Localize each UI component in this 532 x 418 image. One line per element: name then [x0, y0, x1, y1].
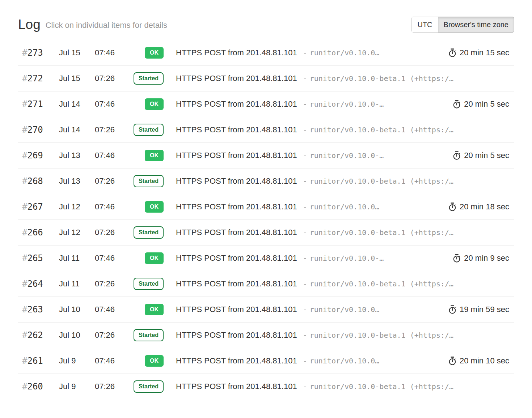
event-id-number: 270	[27, 125, 43, 135]
log-row[interactable]: #273 Jul 15 07:46 OK HTTPS POST from 201…	[18, 40, 514, 65]
event-id-hash: #	[22, 253, 27, 263]
status-badge: Started	[134, 278, 164, 290]
status-badge-cell: Started	[130, 380, 164, 393]
event-source-text: HTTPS POST from 201.48.81.101	[176, 151, 297, 160]
user-agent-text: runitor/v0.10.0-beta.1 (+https:/…	[310, 280, 453, 288]
event-time: 07:26	[95, 176, 130, 186]
page-header: Log Click on individual items for detail…	[18, 0, 514, 40]
event-id: #273	[22, 48, 59, 58]
log-row[interactable]: #261 Jul 9 07:46 OK HTTPS POST from 201.…	[18, 348, 514, 374]
duration: 20 min 18 sec	[441, 202, 509, 212]
user-agent-text: runitor/v0.10.0-beta.1 (+https:/…	[310, 177, 453, 185]
event-id-hash: #	[22, 330, 27, 340]
event-time: 07:26	[95, 382, 130, 391]
event-source-text: HTTPS POST from 201.48.81.101	[176, 176, 297, 185]
event-id-hash: #	[22, 125, 27, 135]
event-id: #270	[22, 125, 59, 135]
event-source-text: HTTPS POST from 201.48.81.101	[176, 74, 297, 83]
event-id: #272	[22, 73, 59, 84]
log-row[interactable]: #270 Jul 14 07:26 Started HTTPS POST fro…	[18, 117, 514, 142]
duration-text: 20 min 10 sec	[460, 356, 509, 366]
event-time: 07:46	[95, 99, 130, 109]
event-source-text: HTTPS POST from 201.48.81.101	[176, 382, 297, 391]
user-agent-text: runitor/v0.10.0-beta.1 (+https:/…	[310, 228, 453, 237]
event-description: HTTPS POST from 201.48.81.101-runitor/v0…	[176, 48, 441, 57]
event-source-text: HTTPS POST from 201.48.81.101	[176, 202, 297, 211]
event-date: Jul 10	[59, 330, 95, 340]
status-badge: Started	[134, 380, 164, 393]
log-row[interactable]: #264 Jul 11 07:26 Started HTTPS POST fro…	[18, 271, 514, 297]
log-row[interactable]: #268 Jul 13 07:26 Started HTTPS POST fro…	[18, 168, 514, 194]
log-row[interactable]: #266 Jul 12 07:26 Started HTTPS POST fro…	[18, 219, 514, 245]
event-id-number: 269	[27, 150, 43, 161]
separator-dash: -	[303, 151, 307, 160]
event-id: #263	[22, 304, 59, 315]
separator-dash: -	[303, 202, 307, 211]
event-id: #264	[22, 279, 59, 289]
duration-text: 20 min 15 sec	[460, 48, 509, 57]
event-id-number: 272	[27, 73, 43, 84]
status-badge: OK	[145, 98, 164, 110]
page-title: Log	[18, 17, 41, 32]
event-description: HTTPS POST from 201.48.81.101-runitor/v0…	[176, 228, 509, 237]
event-date: Jul 12	[59, 228, 95, 237]
log-page: Log Click on individual items for detail…	[0, 0, 532, 418]
event-id: #266	[22, 227, 59, 238]
duration-text: 20 min 5 sec	[464, 99, 509, 109]
log-row[interactable]: #269 Jul 13 07:46 OK HTTPS POST from 201…	[18, 142, 514, 168]
browser-timezone-button[interactable]: Browser's time zone	[438, 17, 514, 33]
event-date: Jul 9	[59, 382, 95, 391]
separator-dash: -	[303, 74, 307, 83]
log-row[interactable]: #271 Jul 14 07:46 OK HTTPS POST from 201…	[18, 91, 514, 117]
duration: 20 min 5 sec	[446, 151, 509, 160]
event-date: Jul 12	[59, 202, 95, 212]
log-row[interactable]: #265 Jul 11 07:46 OK HTTPS POST from 201…	[18, 245, 514, 271]
event-description: HTTPS POST from 201.48.81.101-runitor/v0…	[176, 279, 509, 289]
user-agent-text: runitor/v0.10.0-…	[310, 100, 384, 108]
status-badge-cell: Started	[130, 226, 164, 239]
user-agent-text: runitor/v0.10.0-beta.1 (+https:/…	[310, 74, 453, 83]
utc-button[interactable]: UTC	[411, 17, 438, 33]
stopwatch-icon	[448, 305, 457, 314]
event-time: 07:46	[95, 48, 130, 57]
event-description: HTTPS POST from 201.48.81.101-runitor/v0…	[176, 356, 441, 366]
event-time: 07:46	[95, 305, 130, 314]
separator-dash: -	[303, 254, 307, 263]
event-time: 07:26	[95, 74, 130, 83]
status-badge: OK	[145, 252, 164, 264]
log-row[interactable]: #267 Jul 12 07:46 OK HTTPS POST from 201…	[18, 194, 514, 219]
event-source-text: HTTPS POST from 201.48.81.101	[176, 356, 297, 365]
event-id: #262	[22, 330, 59, 340]
event-id-hash: #	[22, 176, 27, 186]
separator-dash: -	[303, 305, 307, 314]
event-date: Jul 10	[59, 305, 95, 314]
log-row[interactable]: #272 Jul 15 07:26 Started HTTPS POST fro…	[18, 65, 514, 91]
event-id-hash: #	[22, 73, 27, 84]
log-row[interactable]: #260 Jul 9 07:26 Started HTTPS POST from…	[18, 374, 514, 399]
status-badge: OK	[145, 47, 164, 59]
event-source-text: HTTPS POST from 201.48.81.101	[176, 48, 297, 57]
log-table: #273 Jul 15 07:46 OK HTTPS POST from 201…	[18, 40, 514, 399]
user-agent-text: runitor/v0.10.0-beta.1 (+https:/…	[310, 125, 453, 134]
event-description: HTTPS POST from 201.48.81.101-runitor/v0…	[176, 151, 446, 160]
duration-text: 19 min 59 sec	[460, 305, 509, 314]
status-badge-cell: OK	[130, 150, 164, 161]
separator-dash: -	[303, 331, 307, 340]
duration: 19 min 59 sec	[441, 305, 509, 314]
event-date: Jul 13	[59, 176, 95, 186]
log-row[interactable]: #263 Jul 10 07:46 OK HTTPS POST from 201…	[18, 297, 514, 322]
event-id-number: 267	[27, 202, 43, 212]
status-badge: OK	[145, 201, 164, 213]
status-badge: Started	[134, 124, 164, 136]
separator-dash: -	[303, 280, 307, 288]
event-id-hash: #	[22, 48, 27, 58]
event-description: HTTPS POST from 201.48.81.101-runitor/v0…	[176, 176, 509, 186]
event-id-number: 264	[27, 279, 43, 289]
log-row[interactable]: #262 Jul 10 07:26 Started HTTPS POST fro…	[18, 322, 514, 348]
status-badge-cell: Started	[130, 72, 164, 85]
event-id-hash: #	[22, 227, 27, 238]
status-badge: OK	[145, 150, 164, 161]
separator-dash: -	[303, 177, 307, 185]
event-description: HTTPS POST from 201.48.81.101-runitor/v0…	[176, 330, 509, 340]
status-badge-cell: Started	[130, 175, 164, 187]
